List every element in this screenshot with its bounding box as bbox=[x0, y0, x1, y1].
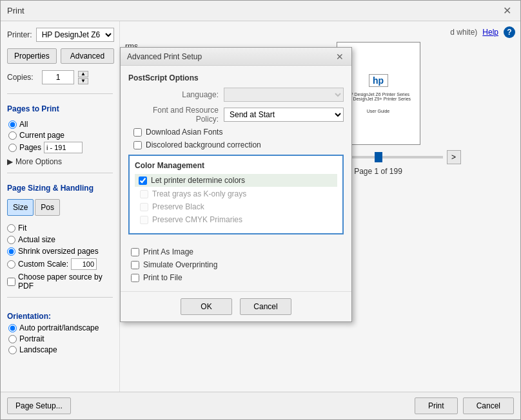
dialog-buttons: OK Cancel bbox=[121, 291, 351, 321]
language-label: Language: bbox=[128, 90, 219, 99]
let-printer-label: Let printer determine colors bbox=[151, 176, 245, 185]
preserve-black-checkbox[interactable] bbox=[140, 203, 148, 211]
simulate-overprint-checkbox[interactable] bbox=[131, 261, 139, 269]
dialog-title-bar: Advanced Print Setup ✕ bbox=[121, 48, 351, 66]
language-row: Language: bbox=[128, 88, 344, 102]
preserve-cmyk-row: Preserve CMYK Primaries bbox=[135, 215, 337, 224]
dialog-title: Advanced Print Setup bbox=[127, 52, 202, 61]
simulate-overprint-label: Simulate Overprinting bbox=[143, 260, 217, 269]
preserve-black-label: Preserve Black bbox=[152, 202, 204, 211]
print-to-file-label: Print to File bbox=[143, 273, 182, 282]
dialog-overlay: Advanced Print Setup ✕ PostScript Option… bbox=[1, 1, 520, 419]
postscript-section-label: PostScript Options bbox=[128, 73, 344, 82]
treat-grays-checkbox[interactable] bbox=[140, 190, 148, 198]
font-policy-row: Font and Resource Policy: Send at Start bbox=[128, 106, 344, 124]
dialog-ok-button[interactable]: OK bbox=[181, 298, 232, 315]
preserve-cmyk-label: Preserve CMYK Primaries bbox=[152, 215, 242, 224]
discolored-bg-checkbox[interactable] bbox=[133, 141, 142, 149]
discolored-bg-label: Discolored background correction bbox=[146, 140, 261, 149]
download-asian-row: Download Asian Fonts bbox=[128, 128, 344, 137]
print-to-file-checkbox[interactable] bbox=[131, 274, 139, 282]
language-select[interactable] bbox=[224, 88, 344, 102]
treat-grays-label: Treat grays as K-only grays bbox=[152, 189, 246, 198]
font-policy-select[interactable]: Send at Start bbox=[224, 108, 344, 122]
treat-grays-row: Treat grays as K-only grays bbox=[135, 189, 337, 198]
color-mgmt-title: Color Management bbox=[135, 161, 337, 170]
preserve-black-row: Preserve Black bbox=[135, 202, 337, 211]
download-asian-label: Download Asian Fonts bbox=[146, 128, 222, 137]
print-window: Print ✕ Printer: HP DesignJet Z6 Propert… bbox=[0, 0, 521, 420]
preserve-cmyk-checkbox[interactable] bbox=[140, 216, 148, 224]
dialog-bottom-section: Print As Image Simulate Overprinting Pri… bbox=[121, 247, 351, 291]
let-printer-checkbox[interactable] bbox=[139, 177, 147, 185]
download-asian-checkbox[interactable] bbox=[133, 128, 142, 137]
font-policy-label: Font and Resource Policy: bbox=[128, 106, 219, 124]
dialog-cancel-button[interactable]: Cancel bbox=[240, 298, 291, 315]
print-as-image-label: Print As Image bbox=[143, 247, 193, 256]
color-management-section: Color Management Let printer determine c… bbox=[128, 155, 344, 234]
discolored-bg-row: Discolored background correction bbox=[128, 140, 344, 149]
dialog-close-button[interactable]: ✕ bbox=[335, 52, 345, 61]
print-as-image-checkbox[interactable] bbox=[131, 248, 139, 256]
print-to-file-row: Print to File bbox=[126, 273, 346, 282]
print-as-image-row: Print As Image bbox=[126, 247, 346, 256]
let-printer-row: Let printer determine colors bbox=[135, 174, 337, 187]
dialog-body: PostScript Options Language: Font and Re… bbox=[121, 66, 351, 247]
simulate-overprint-row: Simulate Overprinting bbox=[126, 260, 346, 269]
advanced-print-dialog: Advanced Print Setup ✕ PostScript Option… bbox=[120, 47, 352, 322]
